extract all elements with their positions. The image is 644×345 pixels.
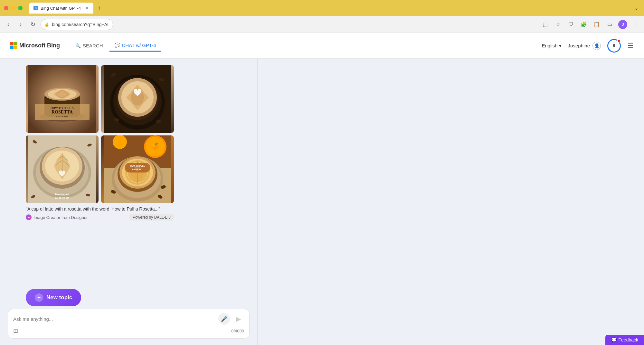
svg-point-37 xyxy=(113,135,127,149)
sidebar-icon[interactable]: ▭ xyxy=(605,20,614,29)
chat-icon: 💬 xyxy=(115,43,120,48)
notifications-button[interactable]: 9 xyxy=(607,39,621,53)
active-tab[interactable]: B Bing Chat with GPT-4 ✕ xyxy=(29,3,93,14)
tab-bar: B Bing Chat with GPT-4 ✕ + xyxy=(29,3,630,14)
dall-e-badge: Powered by DALL·E 3 xyxy=(129,214,174,221)
bing-page: Microsoft Bing 🔍 SEARCH 💬 CHAT w/ GPT-4 … xyxy=(0,33,644,345)
title-bar: B Bing Chat with GPT-4 ✕ + ⌄ xyxy=(0,0,644,16)
svg-text:How to pull: How to pull xyxy=(55,193,69,196)
header-right: English ▾ Josephine 👤 9 ☰ xyxy=(542,39,634,53)
image-item-4[interactable]: 🍊 xyxy=(101,135,174,203)
tab-title: Bing Chat with GPT-4 xyxy=(41,6,81,11)
tab-overflow-button[interactable]: ⌄ xyxy=(632,5,640,12)
close-button[interactable] xyxy=(4,6,8,10)
notification-dot xyxy=(617,39,620,43)
user-profile[interactable]: Josephine 👤 xyxy=(568,42,601,50)
microsoft-squares-icon xyxy=(10,42,17,49)
svg-text:ROSETTA: ROSETTA xyxy=(52,110,73,114)
tab-close-button[interactable]: ✕ xyxy=(85,5,89,11)
image-caption: "A cup of latte with a rosetta with the … xyxy=(26,206,174,212)
image-source: ✦ Image Creator from Designer Powered by… xyxy=(26,214,174,221)
right-panel xyxy=(258,59,644,345)
feedback-icon: 💬 xyxy=(611,337,617,342)
language-label: English xyxy=(542,43,557,48)
svg-text:HOW TO PULL A: HOW TO PULL A xyxy=(51,106,74,110)
username-label: Josephine xyxy=(568,43,590,48)
hamburger-menu[interactable]: ☰ xyxy=(627,42,634,50)
language-chevron-icon: ▾ xyxy=(559,43,562,49)
more-options-icon[interactable]: ⋮ xyxy=(632,20,640,29)
minimize-button[interactable] xyxy=(11,6,15,10)
notifications-count[interactable]: 9 xyxy=(607,39,621,53)
browser-icons: ⬚ ☆ 🛡 🧩 📋 ▭ J ⋮ xyxy=(541,20,640,29)
new-topic-button[interactable]: ✦ New topic xyxy=(26,289,81,306)
back-button[interactable]: ‹ xyxy=(4,20,13,29)
user-circle-icon: 👤 xyxy=(592,42,601,50)
new-topic-icon: ✦ xyxy=(35,293,43,302)
tab-favicon: B xyxy=(33,6,38,10)
svg-rect-46 xyxy=(125,163,150,172)
send-button[interactable]: ▶ xyxy=(232,313,244,325)
svg-text:a roseta art: a roseta art xyxy=(55,196,69,199)
chat-input-row: 🎤 ▶ xyxy=(13,313,244,325)
bookmark-icon[interactable]: ☆ xyxy=(554,20,562,29)
traffic-lights xyxy=(4,6,23,10)
bing-nav: 🔍 SEARCH 💬 CHAT w/ GPT-4 xyxy=(70,40,161,52)
extension2-icon[interactable]: 📋 xyxy=(592,20,601,29)
svg-text:🍊: 🍊 xyxy=(152,143,159,150)
nav-search-label: SEARCH xyxy=(83,43,103,48)
shield-icon[interactable]: 🛡 xyxy=(567,20,575,29)
address-wrapper: 🔒 xyxy=(41,19,538,30)
image-grid: HOW TO PULL A ROSETTA LATTE ART xyxy=(26,65,174,203)
designer-badge: ✦ Image Creator from Designer xyxy=(26,214,88,220)
chat-input-box: 🎤 ▶ ⊡ 0/4000 xyxy=(8,309,250,339)
image-search-button[interactable]: ⊡ xyxy=(13,327,18,334)
microphone-button[interactable]: 🎤 xyxy=(218,313,230,325)
new-topic-label: New topic xyxy=(46,294,72,301)
bing-logo-text: Microsoft Bing xyxy=(19,42,60,49)
refresh-button[interactable]: ↻ xyxy=(28,20,37,29)
new-tab-button[interactable]: + xyxy=(95,4,104,13)
feedback-label: Feedback xyxy=(619,337,638,342)
bing-header: Microsoft Bing 🔍 SEARCH 💬 CHAT w/ GPT-4 … xyxy=(0,33,644,59)
image-item-1[interactable]: HOW TO PULL A ROSETTA LATTE ART xyxy=(26,65,99,133)
chat-panel: HOW TO PULL A ROSETTA LATTE ART xyxy=(0,59,258,345)
chat-input-footer: ⊡ 0/4000 xyxy=(13,327,244,334)
designer-icon: ✦ xyxy=(26,214,32,220)
bing-logo[interactable]: Microsoft Bing xyxy=(10,42,60,49)
cast-icon[interactable]: ⬚ xyxy=(541,20,549,29)
chat-messages: HOW TO PULL A ROSETTA LATTE ART xyxy=(0,59,257,304)
profile-avatar[interactable]: J xyxy=(618,20,627,29)
nav-chat-label: CHAT w/ GPT-4 xyxy=(122,43,156,48)
content-area: HOW TO PULL A ROSETTA LATTE ART xyxy=(0,59,644,345)
feedback-button[interactable]: 💬 Feedback xyxy=(605,335,644,345)
extensions-icon[interactable]: 🧩 xyxy=(580,20,588,29)
nav-chat[interactable]: 💬 CHAT w/ GPT-4 xyxy=(109,40,161,52)
forward-button[interactable]: › xyxy=(16,20,25,29)
svg-text:LATTE ART: LATTE ART xyxy=(56,115,68,118)
image-item-3[interactable]: How to pull a roseta art xyxy=(26,135,99,203)
address-bar-row: ‹ › ↻ 🔒 ⬚ ☆ 🛡 🧩 📋 ▭ J ⋮ xyxy=(0,16,644,33)
svg-text:HOW TO PULL: HOW TO PULL xyxy=(130,165,145,167)
address-input[interactable] xyxy=(41,19,113,30)
language-selector[interactable]: English ▾ xyxy=(542,43,561,49)
designer-label: Image Creator from Designer xyxy=(33,215,88,220)
maximize-button[interactable] xyxy=(18,6,23,10)
search-icon: 🔍 xyxy=(75,43,81,48)
chat-input[interactable] xyxy=(13,316,216,322)
svg-text:LATTE ART: LATTE ART xyxy=(132,168,143,170)
image-item-2[interactable] xyxy=(101,65,174,133)
nav-search[interactable]: 🔍 SEARCH xyxy=(70,40,108,51)
chat-input-area: 🎤 ▶ ⊡ 0/4000 xyxy=(0,304,257,345)
lock-icon: 🔒 xyxy=(44,22,49,27)
char-count: 0/4000 xyxy=(231,329,244,333)
